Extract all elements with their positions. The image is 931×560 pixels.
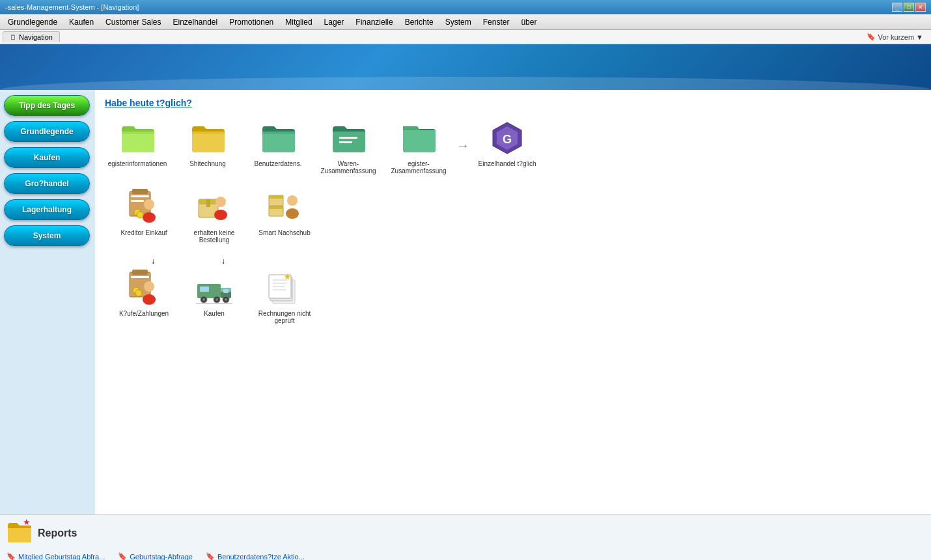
menu-system[interactable]: System — [440, 16, 477, 28]
svg-point-12 — [137, 212, 143, 218]
menubar: Grundlegende Kaufen Customer Sales Einze… — [0, 14, 931, 30]
menu-customer-sales[interactable]: Customer Sales — [100, 16, 166, 28]
svg-text:G: G — [503, 133, 512, 146]
papers-icon — [265, 268, 304, 307]
svg-point-17 — [214, 210, 227, 220]
menu-mitglied[interactable]: Mitglied — [280, 16, 317, 28]
icon-waren-zusammenfassung[interactable]: Waren-Zusammenfassung — [316, 119, 381, 175]
svg-point-9 — [144, 199, 154, 210]
svg-point-28 — [143, 294, 156, 305]
menu-ueber[interactable]: über — [516, 16, 542, 28]
folder-teal2-icon — [329, 119, 368, 158]
icon-registerinformationen[interactable]: egisterinformationen — [105, 119, 170, 167]
icon-benutzerdatens[interactable]: Benutzerdatens. — [245, 119, 311, 167]
report-link-benutzerdatens[interactable]: 🔖 Benutzerdatens?tze Aktiо... — [206, 552, 305, 560]
icon-registerinformationen-label: egisterinformationen — [108, 160, 167, 167]
svg-point-10 — [143, 212, 156, 223]
icon-waren-zusammenfassung-label: Waren-Zusammenfassung — [316, 160, 381, 175]
arrow-down-icon-1: ↓ — [120, 257, 186, 266]
reports-folder-icon — [7, 519, 33, 547]
icon-shitechnung-label: Shitechnung — [189, 160, 226, 167]
content-area: Habe heute t?glich? egisterinformationen — [94, 90, 931, 514]
sidebar-grundlegende-button[interactable]: Grundlegende — [4, 121, 90, 142]
close-button[interactable]: ✕ — [915, 3, 926, 12]
icon-kreditor-einkauf[interactable]: Kreditor Einkauf — [111, 188, 176, 236]
minimize-button[interactable]: _ — [892, 3, 902, 12]
folder-green-icon — [118, 119, 157, 158]
icon-register-zusammenfassung[interactable]: egister-Zusammenfassung — [386, 119, 451, 175]
sidebar-kaufen-button[interactable]: Kaufen — [4, 147, 90, 168]
svg-rect-7 — [131, 195, 149, 197]
icon-rechnungen-nicht-geprueft[interactable]: Rechnungen nicht geprüft — [252, 268, 317, 324]
svg-rect-26 — [131, 276, 149, 278]
tab-label: Navigation — [19, 33, 53, 41]
svg-point-16 — [215, 197, 226, 207]
menu-fenster[interactable]: Fenster — [478, 16, 515, 28]
report-label-3: Benutzerdatens?tze Aktiо... — [217, 553, 305, 561]
person-coins2-icon — [124, 268, 163, 307]
arrow-right-icon: → — [456, 125, 469, 153]
icon-row-3: K?ufe/Zahlungen — [111, 268, 317, 324]
icon-rechnungen-nicht-geprueft-label: Rechnungen nicht geprüft — [252, 310, 317, 324]
menu-promotionen[interactable]: Promotionen — [224, 16, 279, 28]
report-label-1: Mitglied Geburtstag Abfra... — [18, 553, 105, 561]
menu-grundlegende[interactable]: Grundlegende — [3, 16, 63, 28]
reports-links: 🔖 Mitglied Geburtstag Abfra... 🔖 Geburts… — [7, 552, 924, 560]
svg-rect-8 — [131, 200, 144, 202]
tab-icon: 🗒 — [10, 34, 16, 41]
recent-button[interactable]: 🔖 Vor kurzem ▼ — [861, 31, 928, 42]
reports-section: Reports 🔖 Mitglied Geburtstag Abfra... 🔖… — [0, 514, 931, 560]
icon-kaufen[interactable]: Kaufen — [182, 268, 247, 317]
menu-lager[interactable]: Lager — [319, 16, 350, 28]
recent-arrow-icon: ▼ — [916, 33, 923, 41]
tab-navigation[interactable]: 🗒 Navigation — [3, 31, 60, 42]
person-coins-icon — [124, 188, 163, 227]
menu-einzelhandel[interactable]: Einzelhandel — [167, 16, 223, 28]
sidebar-lagerhaltung-button[interactable]: Lagerhaltung — [4, 199, 90, 220]
icon-smart-nachschub-label: Smart Nachschub — [258, 229, 310, 236]
svg-marker-51 — [23, 519, 30, 525]
icon-erhalten-keine-bestellung-label: erhalten keine Bestellung — [182, 229, 247, 244]
svg-point-23 — [286, 208, 299, 219]
folder-teal3-icon — [399, 119, 438, 158]
maximize-button[interactable]: □ — [904, 3, 914, 12]
wave-header — [0, 44, 931, 90]
report-icon-3: 🔖 — [206, 552, 215, 560]
tabbar: 🗒 Navigation 🔖 Vor kurzem ▼ — [0, 30, 931, 44]
svg-rect-34 — [200, 287, 209, 292]
icon-kauefe-zahlungen[interactable]: K?ufe/Zahlungen — [111, 268, 176, 317]
folder-teal-icon — [258, 119, 298, 158]
icon-benutzerdatens-label: Benutzerdatens. — [255, 160, 302, 167]
menu-finanzielle[interactable]: Finanzielle — [350, 16, 398, 28]
sidebar-grosshandel-button[interactable]: Gro?handel — [4, 173, 90, 194]
report-link-geburtstag[interactable]: 🔖 Geburtstag-Abfrage — [118, 552, 193, 560]
menu-berichte[interactable]: Berichte — [400, 16, 439, 28]
icon-smart-nachschub[interactable]: Smart Nachschub — [252, 188, 317, 236]
sidebar-tipp-button[interactable]: Tipp des Tages — [4, 95, 90, 116]
sidebar: Tipp des Tages Grundlegende Kaufen Gro?h… — [0, 90, 94, 514]
svg-rect-25 — [132, 270, 148, 275]
main-layout: Tipp des Tages Grundlegende Kaufen Gro?h… — [0, 90, 931, 514]
svg-rect-1 — [339, 141, 352, 143]
person-box-icon — [195, 188, 234, 227]
icon-register-zusammenfassung-label: egister-Zusammenfassung — [386, 160, 451, 175]
icon-row-1: egisterinformationen Shitechnung — [105, 119, 921, 175]
sidebar-system-button[interactable]: System — [4, 225, 90, 246]
report-icon-1: 🔖 — [7, 552, 16, 560]
recent-label: Vor kurzem — [878, 33, 914, 41]
icon-shitechnung[interactable]: Shitechnung — [175, 119, 240, 167]
reports-header: Reports — [7, 519, 924, 547]
svg-rect-19 — [269, 206, 283, 209]
icon-erhalten-keine-bestellung[interactable]: erhalten keine Bestellung — [182, 188, 247, 244]
icon-kaufen-label: Kaufen — [204, 310, 225, 317]
content-title: Habe heute t?glich? — [105, 98, 921, 108]
report-link-mitglied[interactable]: 🔖 Mitglied Geburtstag Abfra... — [7, 552, 105, 560]
icon-einzelhandel-taeglich[interactable]: G Einzelhandel t?glich — [475, 119, 540, 167]
svg-point-41 — [225, 298, 227, 301]
person-boxes-icon — [265, 188, 304, 227]
menu-kaufen[interactable]: Kaufen — [64, 16, 99, 28]
svg-point-37 — [202, 298, 205, 301]
svg-rect-6 — [132, 189, 148, 194]
svg-point-22 — [287, 195, 298, 206]
svg-rect-0 — [339, 137, 357, 139]
